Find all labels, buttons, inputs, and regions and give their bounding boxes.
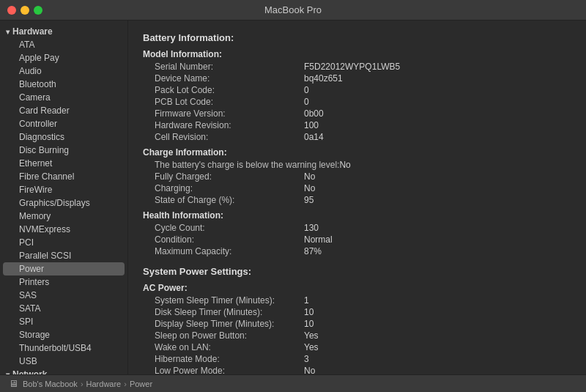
info-label: Hibernate Mode: bbox=[143, 354, 304, 364]
sidebar-item-printers[interactable]: Printers bbox=[0, 275, 127, 289]
info-label: Cycle Count: bbox=[143, 223, 304, 233]
table-row: Pack Lot Code:0 bbox=[143, 84, 571, 96]
sidebar-item-pci[interactable]: PCI bbox=[0, 236, 127, 249]
sidebar-item-ata[interactable]: ATA bbox=[0, 38, 127, 51]
sidebar: ▾HardwareATAApple PayAudioBluetoothCamer… bbox=[0, 21, 128, 374]
table-row: Condition:Normal bbox=[143, 234, 571, 245]
sidebar-item-parallel-scsi[interactable]: Parallel SCSI bbox=[0, 249, 127, 262]
info-value: No bbox=[304, 171, 315, 182]
sidebar-item-disc-burning[interactable]: Disc Burning bbox=[0, 144, 127, 157]
system-power-title: System Power Settings: bbox=[143, 266, 571, 277]
charge-info-label: Charge Information: bbox=[143, 147, 571, 158]
sidebar-item-camera[interactable]: Camera bbox=[0, 91, 127, 104]
info-value: 10 bbox=[304, 307, 314, 317]
window-title: MacBook Pro bbox=[264, 4, 322, 15]
info-value: 0 bbox=[304, 97, 309, 107]
sidebar-item-memory[interactable]: Memory bbox=[0, 210, 127, 223]
info-label: Condition: bbox=[143, 234, 304, 245]
main-content: ▾HardwareATAApple PayAudioBluetoothCamer… bbox=[0, 21, 586, 374]
breadcrumb-sep1: › bbox=[81, 380, 84, 388]
info-label: Hardware Revision: bbox=[143, 120, 304, 130]
info-label: Wake on LAN: bbox=[143, 342, 304, 352]
sidebar-item-thunderbolt-usb4[interactable]: Thunderbolt/USB4 bbox=[0, 341, 127, 355]
sidebar-item-spi[interactable]: SPI bbox=[0, 315, 127, 328]
sidebar-item-sata[interactable]: SATA bbox=[0, 302, 127, 315]
table-row: The battery's charge is below the warnin… bbox=[143, 159, 571, 171]
breadcrumb-power: Power bbox=[130, 380, 152, 388]
info-label: Firmware Version: bbox=[143, 108, 304, 119]
sidebar-item-graphics-displays[interactable]: Graphics/Displays bbox=[0, 196, 127, 210]
sidebar-item-card-reader[interactable]: Card Reader bbox=[0, 104, 127, 117]
sidebar-item-fibre-channel[interactable]: Fibre Channel bbox=[0, 170, 127, 183]
info-value: 1 bbox=[304, 295, 309, 306]
info-label: Low Power Mode: bbox=[143, 366, 304, 374]
table-row: State of Charge (%):95 bbox=[143, 194, 571, 206]
sidebar-item-bluetooth[interactable]: Bluetooth bbox=[0, 78, 127, 91]
table-row: Cell Revision:0a14 bbox=[143, 131, 571, 143]
info-value: Normal bbox=[304, 234, 333, 245]
minimize-button[interactable] bbox=[21, 6, 29, 15]
content-area: Battery Information:Model Information:Se… bbox=[128, 21, 586, 374]
info-label: Charging: bbox=[143, 183, 304, 193]
info-value: 3 bbox=[304, 354, 309, 364]
info-value: 100 bbox=[304, 120, 319, 130]
close-button[interactable] bbox=[7, 6, 16, 15]
breadcrumb-computer: Bob's Macbook bbox=[23, 380, 78, 388]
info-label: State of Charge (%): bbox=[143, 195, 304, 205]
sidebar-section-hardware[interactable]: ▾Hardware bbox=[0, 25, 127, 38]
info-value: No bbox=[304, 366, 315, 374]
table-row: Hardware Revision:100 bbox=[143, 119, 571, 131]
table-row: Fully Charged:No bbox=[143, 171, 571, 182]
sidebar-item-controller[interactable]: Controller bbox=[0, 117, 127, 130]
info-label: Serial Number: bbox=[143, 62, 304, 72]
info-label: System Sleep Timer (Minutes): bbox=[143, 295, 304, 306]
table-row: Disk Sleep Timer (Minutes):10 bbox=[143, 306, 571, 318]
battery-info-title: Battery Information: bbox=[143, 32, 571, 43]
computer-icon: 🖥 bbox=[9, 378, 18, 389]
sidebar-item-nvmexpress[interactable]: NVMExpress bbox=[0, 223, 127, 236]
section-label: Hardware bbox=[12, 26, 53, 37]
info-value: 0b00 bbox=[304, 108, 324, 119]
sidebar-item-diagnostics[interactable]: Diagnostics bbox=[0, 130, 127, 144]
model-info-label: Model Information: bbox=[143, 49, 571, 59]
info-label: Display Sleep Timer (Minutes): bbox=[143, 319, 304, 329]
info-value: Yes bbox=[304, 342, 319, 352]
sidebar-item-firewire[interactable]: FireWire bbox=[0, 183, 127, 196]
sidebar-item-usb[interactable]: USB bbox=[0, 355, 127, 368]
table-row: System Sleep Timer (Minutes):1 bbox=[143, 295, 571, 306]
sidebar-item-sas[interactable]: SAS bbox=[0, 289, 127, 302]
traffic-lights bbox=[7, 6, 42, 15]
sidebar-item-audio[interactable]: Audio bbox=[0, 64, 127, 78]
info-value: 87% bbox=[304, 246, 322, 256]
sidebar-item-storage[interactable]: Storage bbox=[0, 328, 127, 341]
info-value: 95 bbox=[304, 195, 314, 205]
info-label: The battery's charge is below the warnin… bbox=[143, 160, 339, 170]
title-bar: MacBook Pro bbox=[0, 0, 586, 21]
info-label: Cell Revision: bbox=[143, 132, 304, 142]
sidebar-item-power[interactable]: Power bbox=[3, 262, 125, 275]
info-label: Sleep on Power Button: bbox=[143, 330, 304, 341]
sidebar-item-ethernet[interactable]: Ethernet bbox=[0, 157, 127, 170]
status-bar: 🖥 Bob's Macbook › Hardware › Power bbox=[0, 374, 586, 392]
info-value: 0a14 bbox=[304, 132, 324, 142]
breadcrumb-sep2: › bbox=[124, 380, 127, 388]
info-value: 0 bbox=[304, 85, 309, 95]
table-row: PCB Lot Code:0 bbox=[143, 96, 571, 108]
table-row: Sleep on Power Button:Yes bbox=[143, 330, 571, 341]
table-row: Firmware Version:0b00 bbox=[143, 108, 571, 119]
info-label: Device Name: bbox=[143, 73, 304, 84]
table-row: Charging:No bbox=[143, 182, 571, 194]
info-value: No bbox=[339, 160, 350, 170]
sidebar-item-apple-pay[interactable]: Apple Pay bbox=[0, 51, 127, 64]
sidebar-section-network[interactable]: ▾Network bbox=[0, 368, 127, 374]
info-value: No bbox=[304, 183, 315, 193]
section-arrow: ▾ bbox=[6, 28, 10, 36]
info-value: 130 bbox=[304, 223, 319, 233]
maximize-button[interactable] bbox=[34, 6, 42, 15]
info-value: F5D22012WYPQ1LWB5 bbox=[304, 62, 400, 72]
breadcrumb-hardware: Hardware bbox=[86, 380, 122, 388]
info-label: Maximum Capacity: bbox=[143, 246, 304, 256]
section-label: Network bbox=[12, 369, 47, 374]
info-value: bq40z651 bbox=[304, 73, 343, 84]
info-label: Disk Sleep Timer (Minutes): bbox=[143, 307, 304, 317]
